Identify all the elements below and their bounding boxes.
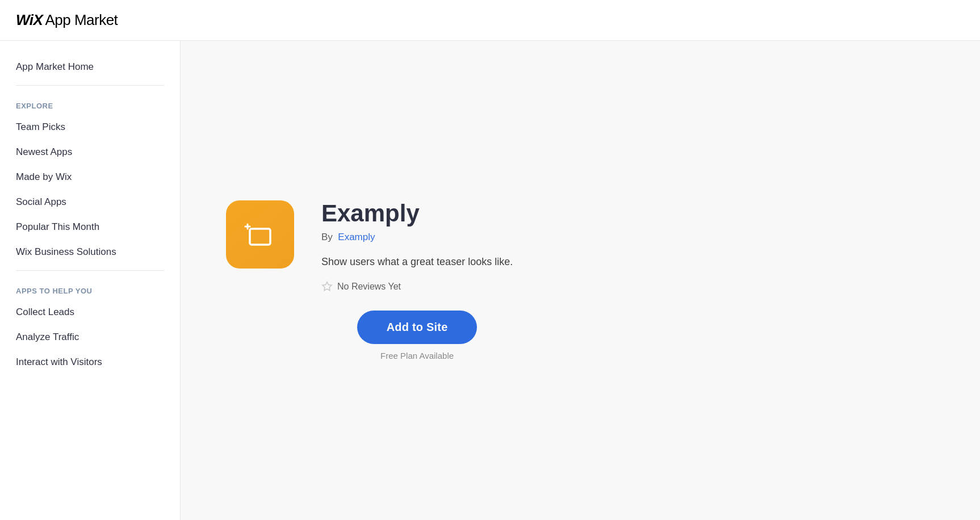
sidebar-item-social-apps[interactable]: Social Apps	[0, 190, 180, 215]
content-area: Examply By Examply Show users what a gre…	[181, 41, 980, 520]
app-by-prefix: By	[321, 232, 333, 242]
apps-help-section-label: APPS TO HELP YOU	[0, 276, 180, 300]
app-description: Show users what a great teaser looks lik…	[321, 254, 513, 270]
app-by: By Examply	[321, 232, 513, 243]
app-detail: Examply By Examply Show users what a gre…	[226, 200, 513, 360]
sidebar-item-analyze-traffic[interactable]: Analyze Traffic	[0, 325, 180, 350]
app-icon-svg	[242, 216, 278, 253]
app-market-header: WiX App Market	[0, 0, 980, 41]
sidebar: App Market Home EXPLORE Team Picks Newes…	[0, 41, 181, 520]
sidebar-item-newest-apps[interactable]: Newest Apps	[0, 140, 180, 165]
app-icon	[226, 200, 294, 269]
sidebar-item-team-picks[interactable]: Team Picks	[0, 115, 180, 140]
svg-rect-2	[250, 229, 270, 245]
app-reviews: No Reviews Yet	[321, 281, 513, 292]
logo-rest: App Market	[45, 11, 118, 29]
logo-wix: WiX	[16, 11, 43, 29]
sidebar-item-popular-this-month[interactable]: Popular This Month	[0, 215, 180, 240]
sidebar-divider-help	[16, 270, 164, 271]
review-text: No Reviews Yet	[337, 282, 401, 292]
sidebar-item-home[interactable]: App Market Home	[0, 54, 180, 79]
free-plan-text: Free Plan Available	[380, 351, 454, 360]
explore-section-label: EXPLORE	[0, 91, 180, 115]
app-info: Examply By Examply Show users what a gre…	[321, 200, 513, 360]
sidebar-item-wix-business-solutions[interactable]: Wix Business Solutions	[0, 240, 180, 265]
logo: WiX App Market	[16, 11, 118, 29]
add-to-site-button[interactable]: Add to Site	[357, 311, 478, 344]
main-layout: App Market Home EXPLORE Team Picks Newes…	[0, 41, 980, 520]
app-name: Examply	[321, 200, 513, 227]
sidebar-item-interact-visitors[interactable]: Interact with Visitors	[0, 350, 180, 375]
star-icon	[321, 281, 333, 292]
sidebar-item-made-by-wix[interactable]: Made by Wix	[0, 165, 180, 190]
app-by-link[interactable]: Examply	[338, 232, 375, 242]
sidebar-divider-explore	[16, 85, 164, 86]
add-to-site-wrapper: Add to Site Free Plan Available	[321, 311, 513, 360]
sidebar-item-collect-leads[interactable]: Collect Leads	[0, 300, 180, 325]
app-icon-wrapper	[226, 200, 294, 269]
